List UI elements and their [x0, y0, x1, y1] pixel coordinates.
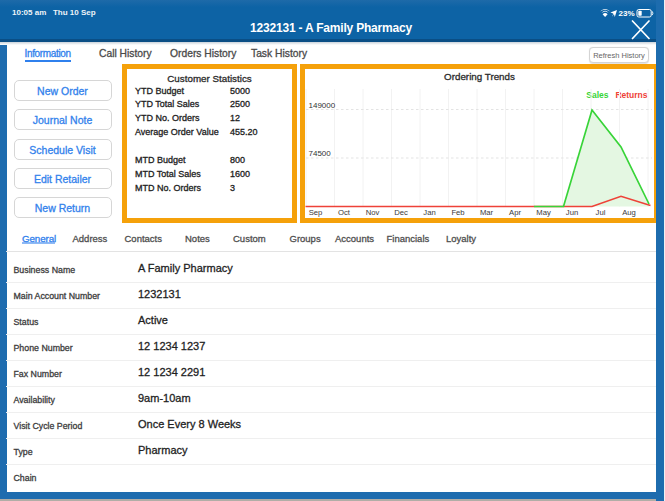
- svg-text:74500: 74500: [309, 149, 332, 158]
- svg-text:Returns: Returns: [615, 90, 647, 100]
- svg-text:Oct: Oct: [338, 208, 351, 217]
- svg-text:Jul: Jul: [596, 208, 606, 217]
- svg-text:Sales: Sales: [586, 90, 608, 100]
- svg-text:Dec: Dec: [394, 208, 408, 217]
- svg-text:23%: 23%: [619, 9, 635, 18]
- svg-text:149000: 149000: [309, 101, 336, 110]
- svg-text:Aug: Aug: [622, 208, 636, 217]
- svg-text:Jun: Jun: [566, 208, 578, 217]
- svg-text:Apr: Apr: [509, 208, 521, 217]
- svg-text:Feb: Feb: [451, 208, 464, 217]
- svg-text:Jan: Jan: [423, 208, 435, 217]
- svg-text:Mar: Mar: [480, 208, 494, 217]
- svg-text:Sep: Sep: [309, 208, 323, 217]
- svg-text:May: May: [536, 208, 551, 217]
- svg-text:Nov: Nov: [366, 208, 380, 217]
